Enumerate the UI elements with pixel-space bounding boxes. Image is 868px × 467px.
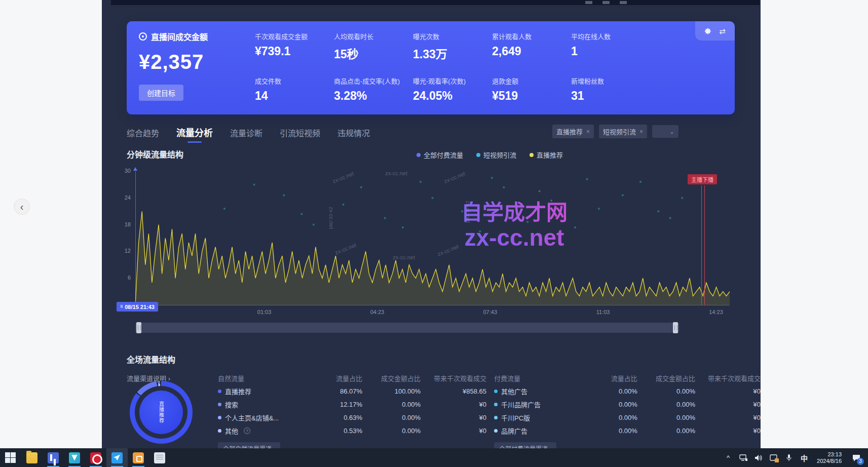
taskbar-app-6[interactable] [149,448,170,467]
series-dot [494,416,498,419]
taskbar-app-5[interactable] [128,448,149,467]
app-icon [90,452,101,463]
settings-icon[interactable] [704,27,712,35]
metric-cell: 曝光-观看率(次数) 24.05% [413,76,492,103]
drag-grip-icon: ⠿ [120,304,123,309]
metric-grid: 千次观看成交金额 ¥739.1 人均观看时长 15秒 曝光次数 1.33万 累计… [255,31,650,103]
metric-cell: 新增粉丝数 31 [571,76,650,103]
legend-live-recommend[interactable]: 直播推荐 [530,150,563,160]
swap-view-icon[interactable]: ⇄ [719,27,726,35]
app-tray-icon[interactable] [767,448,780,467]
app-icon [133,452,144,463]
folder-icon [26,452,37,463]
x-tick: 01:03 [257,309,272,315]
clock[interactable]: 23:13 2024/8/16 [813,451,846,464]
gmv-summary-panel: ⇄ 直播间成交金额 ¥2,357 创建目标 千次观看成交金额 ¥739.1 人均… [127,21,735,114]
legend-short-video[interactable]: 短视频引流 [476,150,516,160]
tab-short-video[interactable]: 引流短视频 [280,127,320,143]
taskbar-app-2[interactable] [64,448,85,467]
notepad-icon [154,452,165,463]
taskbar-app-3[interactable] [85,448,106,467]
taskbar-app-4-active[interactable] [106,448,128,467]
chrome-icon[interactable] [585,1,592,4]
legend-paid-traffic[interactable]: 全部付费流量 [417,150,463,160]
create-goal-button[interactable]: 创建目标 [139,85,183,101]
chart-range-slider[interactable] [135,323,679,333]
taskbar-app-1[interactable] [43,448,64,467]
start-button[interactable] [0,448,21,467]
series-dot [494,429,498,433]
donut-center: 直播推荐 [139,391,183,434]
network-icon[interactable] [737,448,750,467]
series-dot [218,416,221,419]
tab-traffic-analysis[interactable]: 流量分析 [176,126,213,143]
metric-cell: 成交件数 14 [255,76,334,103]
filter-tag-short-video[interactable]: 短视频引流 × [599,125,647,138]
minute-traffic-chart: 3024181260 01:0304:2307:4311:0314:23 自学成… [117,167,747,319]
chrome-icon[interactable] [602,1,610,4]
slider-handle-left[interactable] [136,322,141,333]
tray-expand-icon[interactable]: ^ [722,448,735,467]
x-tick: 04:23 [370,309,385,315]
screen: ‹ ⇄ 直播间成交金额 ¥2,357 创建目标 [0,0,868,467]
traffic-donut-chart[interactable]: 直播推荐 [130,381,193,444]
natural-traffic-table: 自然流量 流量占比 成交金额占比 带来千次观看成交 直播推荐 86.07% 10… [218,371,486,455]
y-tick: 30 [117,168,131,174]
table-header: 付费流量 流量占比 成交金额占比 带来千次观看成交 [494,371,761,384]
table-row[interactable]: 其他? 0.53% 0.00% ¥0 [218,424,486,437]
x-tick: 07:43 [483,309,498,315]
table-row[interactable]: 搜索 12.17% 0.00% ¥0 [218,398,486,411]
target-icon [139,32,147,41]
series-dot [494,390,498,393]
tab-overall-trend[interactable]: 综合趋势 [127,127,159,143]
taskbar-file-explorer[interactable] [21,448,43,467]
x-tick: 11:03 [596,309,610,315]
metric-cell: 曝光次数 1.33万 [413,31,492,62]
back-button[interactable]: ‹ [14,199,30,215]
table-header: 自然流量 流量占比 成交金额占比 带来千次观看成交 [218,371,486,384]
info-icon[interactable]: ? [244,427,250,434]
analysis-tabs: 综合趋势 流量分析 流量诊断 引流短视频 违规情况 [127,126,370,143]
filter-dropdown[interactable]: ⌄ [652,125,678,138]
metric-cell: 人均观看时长 15秒 [334,31,413,62]
slider-handle-right[interactable] [673,322,678,333]
app-icon [111,452,123,463]
table-row[interactable]: 品牌广告 0.00% 0.00% ¥0 [494,424,761,437]
microphone-icon[interactable] [782,448,796,467]
minute-section-title: 分钟级流量结构 [127,148,183,160]
paid-traffic-table: 付费流量 流量占比 成交金额占比 带来千次观看成交 其他广告 0.00% 0.0… [494,371,761,455]
ime-indicator[interactable]: 中 [798,448,811,467]
app-icon [48,452,59,463]
table-row[interactable]: 个人主页&店铺&... 0.63% 0.00% ¥0 [218,411,486,424]
series-dot [218,403,221,406]
volume-icon[interactable] [752,448,765,467]
system-tray: ^ 中 23:13 2024/8/16 3 [722,448,868,467]
full-section-title: 全场流量结构 [127,353,175,365]
windows-taskbar: ^ 中 23:13 2024/8/16 3 [0,448,868,467]
tab-violations[interactable]: 违规情况 [337,127,370,143]
chart-plot-area[interactable] [135,171,730,305]
stream-end-line [704,185,705,305]
action-center-icon[interactable]: 3 [848,448,865,467]
windows-logo-icon [5,452,16,463]
table-row[interactable]: 直播推荐 86.07% 100.00% ¥858.65 [218,384,486,398]
y-tick: 6 [117,275,131,281]
stream-end-badge: 主播下播 [688,174,717,184]
legend-dot [476,153,480,157]
table-row[interactable]: 千川品牌广告 0.00% 0.00% ¥0 [494,398,761,411]
chevron-down-icon: ⌄ [669,128,674,135]
main-metric-label: 直播间成交金额 [151,30,208,43]
tab-traffic-diagnosis[interactable]: 流量诊断 [230,127,262,143]
close-icon[interactable]: × [639,128,643,135]
channel-filter: 直播推荐 × 短视频引流 × ⌄ [552,125,678,138]
close-icon[interactable]: × [586,128,590,135]
panel-tools: ⇄ [695,21,735,41]
window-top-chrome [111,0,760,5]
chart-legend: 全部付费流量 短视频引流 直播推荐 [416,150,563,160]
filter-tag-live-recommend[interactable]: 直播推荐 × [552,125,594,138]
table-row[interactable]: 其他广告 0.00% 0.00% ¥0 [494,384,761,398]
time-range-start-tag[interactable]: ⠿ 08/15 21:43 [117,302,158,312]
chrome-icon[interactable] [620,1,627,4]
legend-dot [417,153,421,157]
table-row[interactable]: 千川PC版 0.00% 0.00% ¥0 [494,411,761,424]
